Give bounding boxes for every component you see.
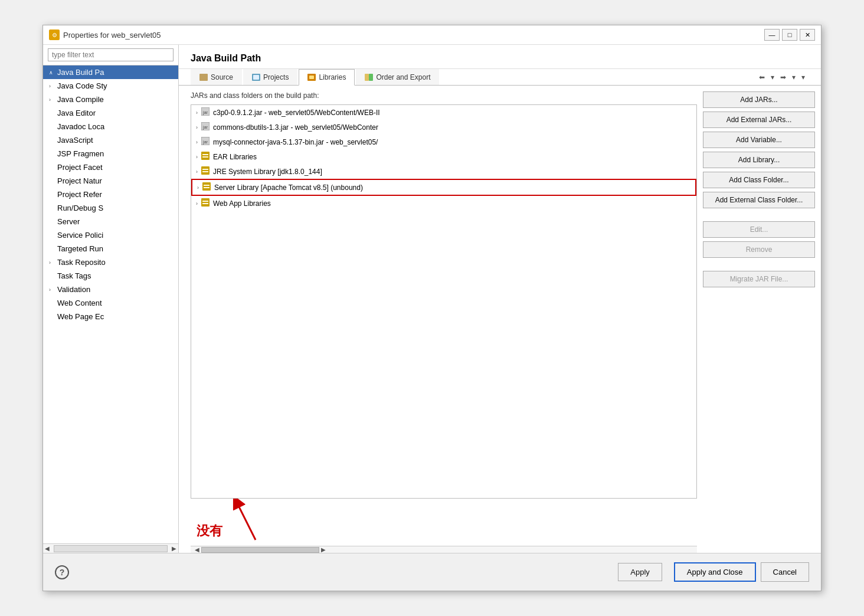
sidebar-item-7[interactable]: Project Facet xyxy=(43,160,178,174)
sidebar-chevron-14: › xyxy=(49,260,55,266)
list-scroll-area: ◀ ▶ xyxy=(191,546,697,553)
lib-item-icon-6 xyxy=(201,198,210,208)
svg-rect-14 xyxy=(202,154,208,155)
red-arrow-annotation xyxy=(226,499,297,546)
sidebar-item-1[interactable]: ›Java Code Sty xyxy=(43,79,178,93)
sidebar-item-4[interactable]: Javadoc Loca xyxy=(43,120,178,133)
add-ext-class-folder-button[interactable]: Add External Class Folder... xyxy=(703,192,815,208)
add-jars-button[interactable]: Add JARs... xyxy=(703,91,815,108)
dialog-icon: ⚙ xyxy=(49,30,60,40)
sidebar-item-15[interactable]: Task Tags xyxy=(43,269,178,283)
sidebar-item-label-7: Project Facet xyxy=(57,163,103,172)
sidebar-scroll-bar[interactable]: ◀ ▶ xyxy=(43,543,178,553)
nav-back-arrow[interactable]: ⬅ xyxy=(757,72,767,83)
dialog-body: ∧Java Build Pa›Java Code Sty›Java Compil… xyxy=(43,45,821,553)
chinese-annotation-label: 没有 xyxy=(197,522,222,540)
nav-forward-arrow[interactable]: ➡ xyxy=(778,72,788,83)
nav-menu-arrow[interactable]: ▾ xyxy=(800,72,807,83)
library-item-2[interactable]: ›jarmysql-connector-java-5.1.37-bin.jar … xyxy=(191,135,696,149)
lib-item-icon-4 xyxy=(201,166,210,176)
lib-chevron-3: › xyxy=(196,154,198,160)
tab-label-0: Source xyxy=(211,73,233,81)
list-scroll-right[interactable]: ▶ xyxy=(319,546,328,553)
cancel-button[interactable]: Cancel xyxy=(761,562,809,582)
order-icon xyxy=(365,74,373,81)
sidebar-item-label-15: Task Tags xyxy=(57,271,91,280)
sidebar-item-16[interactable]: ›Validation xyxy=(43,283,178,296)
library-item-0[interactable]: ›jarc3p0-0.9.1.2.jar - web_servlet05/Web… xyxy=(191,105,696,120)
sidebar-item-label-9: Project Refer xyxy=(57,190,102,199)
add-variable-button[interactable]: Add Variable... xyxy=(703,132,815,148)
sidebar-chevron-1: › xyxy=(49,83,55,89)
sidebar-item-10[interactable]: Run/Debug S xyxy=(43,201,178,215)
sidebar-item-6[interactable]: JSP Fragmen xyxy=(43,147,178,160)
svg-rect-18 xyxy=(202,171,208,172)
nav-dropdown1[interactable]: ▾ xyxy=(769,72,776,83)
add-library-button[interactable]: Add Library... xyxy=(703,152,815,168)
sidebar-item-17[interactable]: Web Content xyxy=(43,296,178,310)
svg-text:jar: jar xyxy=(202,125,208,130)
svg-rect-13 xyxy=(201,152,210,160)
sidebar-item-label-16: Validation xyxy=(57,285,90,294)
add-ext-jars-button[interactable]: Add External JARs... xyxy=(703,112,815,128)
apply-and-close-button[interactable]: Apply and Close xyxy=(674,562,756,582)
close-button[interactable]: ✕ xyxy=(800,29,815,41)
sidebar-item-13[interactable]: Targeted Run xyxy=(43,242,178,255)
sidebar-item-11[interactable]: Server xyxy=(43,215,178,228)
svg-rect-0 xyxy=(199,74,208,81)
projects-icon xyxy=(252,74,260,81)
restore-button[interactable]: □ xyxy=(782,29,797,41)
sidebar-item-2[interactable]: ›Java Compile xyxy=(43,93,178,106)
main-panel: Java Build Path SourceProjectsLibrariesO… xyxy=(179,45,821,553)
sidebar-item-label-3: Java Editor xyxy=(57,109,96,117)
library-panel: JARs and class folders on the build path… xyxy=(179,86,697,553)
scroll-right-arrow[interactable]: ▶ xyxy=(170,545,178,552)
apply-button[interactable]: Apply xyxy=(618,563,662,581)
sidebar-item-5[interactable]: JavaScript xyxy=(43,133,178,147)
title-bar: ⚙ Properties for web_servlet05 — □ ✕ xyxy=(43,25,821,45)
library-item-3[interactable]: ›EAR Libraries xyxy=(191,149,696,164)
sidebar-item-label-11: Server xyxy=(57,217,80,226)
add-class-folder-button[interactable]: Add Class Folder... xyxy=(703,172,815,188)
filter-input[interactable] xyxy=(48,48,174,61)
svg-line-26 xyxy=(238,504,256,540)
sidebar-item-12[interactable]: Service Polici xyxy=(43,228,178,242)
library-item-6[interactable]: ›Web App Libraries xyxy=(191,196,696,211)
button-spacer-8 xyxy=(703,261,815,267)
tab-source[interactable]: Source xyxy=(191,69,242,85)
sidebar-item-8[interactable]: Project Natur xyxy=(43,174,178,188)
lib-item-icon-2: jar xyxy=(201,137,210,147)
sidebar-chevron-0: ∧ xyxy=(49,70,55,76)
sidebar-item-0[interactable]: ∧Java Build Pa xyxy=(43,65,178,79)
sidebar-item-3[interactable]: Java Editor xyxy=(43,106,178,120)
tab-projects[interactable]: Projects xyxy=(243,69,297,85)
library-item-5[interactable]: ›Server Library [Apache Tomcat v8.5] (un… xyxy=(191,179,696,196)
library-item-1[interactable]: ›jarcommons-dbutils-1.3.jar - web_servle… xyxy=(191,120,696,135)
list-scroll-left[interactable]: ◀ xyxy=(193,546,201,553)
list-scroll-track[interactable] xyxy=(201,547,319,553)
lib-chevron-4: › xyxy=(196,169,198,175)
sidebar-item-14[interactable]: ›Task Reposito xyxy=(43,255,178,269)
scroll-left-arrow[interactable]: ◀ xyxy=(43,545,51,552)
library-item-4[interactable]: ›JRE System Library [jdk1.8.0_144] xyxy=(191,164,696,179)
help-button[interactable]: ? xyxy=(55,565,69,579)
sidebar-item-9[interactable]: Project Refer xyxy=(43,188,178,201)
edit-button: Edit... xyxy=(703,221,815,238)
lib-chevron-5: › xyxy=(197,185,199,191)
lib-item-icon-0: jar xyxy=(201,107,210,117)
sidebar-item-label-17: Web Content xyxy=(57,299,102,307)
lib-item-icon-5 xyxy=(202,182,211,192)
tab-order-and-export[interactable]: Order and Export xyxy=(356,69,439,85)
sidebar-item-18[interactable]: Web Page Ec xyxy=(43,310,178,323)
lib-item-label-1: commons-dbutils-1.3.jar - web_servlet05/… xyxy=(213,123,378,132)
tab-libraries[interactable]: Libraries xyxy=(299,69,355,86)
lib-chevron-1: › xyxy=(196,124,198,130)
svg-rect-20 xyxy=(204,185,210,186)
sidebar-item-label-2: Java Compile xyxy=(57,95,104,104)
lib-item-icon-1: jar xyxy=(201,122,210,132)
minimize-button[interactable]: — xyxy=(764,29,780,41)
bottom-bar: ? Apply Apply and Close Cancel xyxy=(43,553,821,591)
lib-item-label-3: EAR Libraries xyxy=(213,153,257,161)
nav-dropdown2[interactable]: ▾ xyxy=(790,72,797,83)
sidebar-scrollbar-track[interactable] xyxy=(54,545,168,552)
